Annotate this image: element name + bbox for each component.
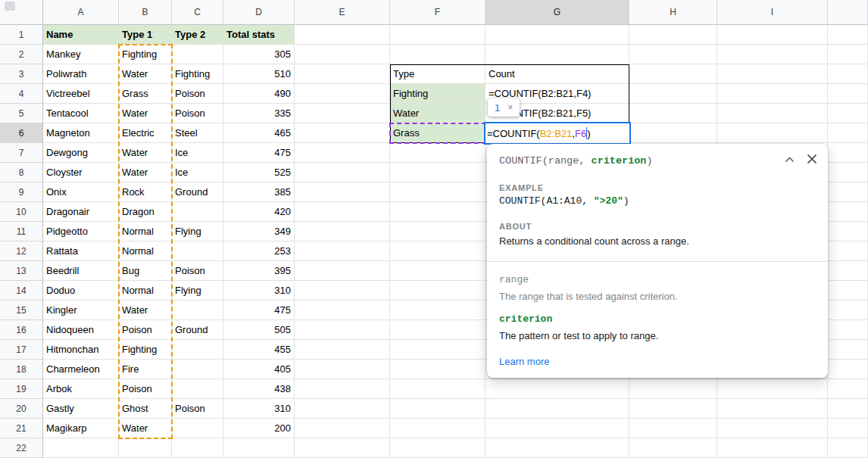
cell-G21[interactable] bbox=[486, 419, 629, 438]
cell-D4[interactable]: 490 bbox=[223, 84, 295, 104]
cell-I21[interactable] bbox=[717, 419, 828, 438]
cell-E21[interactable] bbox=[295, 419, 390, 438]
cell-A2[interactable]: Mankey bbox=[43, 45, 119, 64]
row-header-19[interactable]: 19 bbox=[0, 379, 43, 399]
cell-overflow-14[interactable] bbox=[828, 281, 868, 301]
row-header-5[interactable]: 5 bbox=[0, 104, 43, 123]
cell-I20[interactable] bbox=[717, 399, 828, 419]
cell-E7[interactable] bbox=[295, 143, 390, 163]
cell-D1[interactable]: Total stats bbox=[223, 25, 295, 45]
cell-F2[interactable] bbox=[390, 45, 486, 64]
cell-D6[interactable]: 465 bbox=[223, 123, 295, 143]
cell-D14[interactable]: 310 bbox=[223, 281, 295, 301]
cell-A6[interactable]: Magneton bbox=[43, 123, 119, 143]
cell-A10[interactable]: Dragonair bbox=[43, 202, 119, 222]
row-header-11[interactable]: 11 bbox=[0, 222, 43, 241]
cell-B14[interactable]: Normal bbox=[119, 281, 172, 301]
cell-overflow-21[interactable] bbox=[828, 419, 868, 438]
cell-E11[interactable] bbox=[295, 222, 390, 241]
column-header-B[interactable]: B bbox=[119, 0, 172, 25]
cell-F12[interactable] bbox=[390, 241, 486, 261]
cell-A22[interactable] bbox=[43, 438, 119, 458]
cell-F1[interactable] bbox=[390, 25, 486, 45]
cell-C7[interactable]: Ice bbox=[172, 143, 223, 163]
column-header-F[interactable]: F bbox=[390, 0, 486, 25]
cell-overflow-11[interactable] bbox=[828, 222, 868, 241]
cell-D21[interactable]: 200 bbox=[223, 419, 295, 438]
row-header-17[interactable]: 17 bbox=[0, 340, 43, 360]
cell-B18[interactable]: Fire bbox=[119, 360, 172, 379]
cell-B5[interactable]: Water bbox=[119, 104, 172, 123]
cell-A14[interactable]: Doduo bbox=[43, 281, 119, 301]
column-header-C[interactable]: C bbox=[172, 0, 223, 25]
column-header-G[interactable]: G bbox=[486, 0, 629, 25]
cell-A19[interactable]: Arbok bbox=[43, 379, 119, 399]
column-header-E[interactable]: E bbox=[295, 0, 390, 25]
cell-D8[interactable]: 525 bbox=[223, 163, 295, 182]
cell-overflow-12[interactable] bbox=[828, 241, 868, 261]
cell-B19[interactable]: Poison bbox=[119, 379, 172, 399]
cell-E9[interactable] bbox=[295, 182, 390, 202]
cell-B1[interactable]: Type 1 bbox=[119, 25, 172, 45]
cell-overflow-10[interactable] bbox=[828, 202, 868, 222]
cell-C1[interactable]: Type 2 bbox=[172, 25, 223, 45]
cell-I1[interactable] bbox=[717, 25, 828, 45]
cell-C8[interactable]: Ice bbox=[172, 163, 223, 182]
cell-D16[interactable]: 505 bbox=[223, 320, 295, 340]
column-header-blank[interactable] bbox=[828, 0, 868, 25]
row-header-13[interactable]: 13 bbox=[0, 261, 43, 281]
cell-E15[interactable] bbox=[295, 301, 390, 320]
cell-A12[interactable]: Rattata bbox=[43, 241, 119, 261]
cell-E3[interactable] bbox=[295, 64, 390, 84]
cell-D12[interactable]: 253 bbox=[223, 241, 295, 261]
cell-F17[interactable] bbox=[390, 340, 486, 360]
cell-I19[interactable] bbox=[717, 379, 828, 399]
row-header-14[interactable]: 14 bbox=[0, 281, 43, 301]
cell-overflow-4[interactable] bbox=[828, 84, 868, 104]
cell-F11[interactable] bbox=[390, 222, 486, 241]
cell-B10[interactable]: Dragon bbox=[119, 202, 172, 222]
cell-C5[interactable]: Poison bbox=[172, 104, 223, 123]
cell-E18[interactable] bbox=[295, 360, 390, 379]
cell-F5[interactable]: Water bbox=[390, 104, 486, 123]
row-header-21[interactable]: 21 bbox=[0, 419, 43, 438]
cell-C9[interactable]: Ground bbox=[172, 182, 223, 202]
cell-D5[interactable]: 335 bbox=[223, 104, 295, 123]
cell-overflow-2[interactable] bbox=[828, 45, 868, 64]
cell-E12[interactable] bbox=[295, 241, 390, 261]
cell-overflow-7[interactable] bbox=[828, 143, 868, 163]
cell-C10[interactable] bbox=[172, 202, 223, 222]
cell-overflow-17[interactable] bbox=[828, 340, 868, 360]
cell-A7[interactable]: Dewgong bbox=[43, 143, 119, 163]
cell-overflow-8[interactable] bbox=[828, 163, 868, 182]
cell-B17[interactable]: Fighting bbox=[119, 340, 172, 360]
cell-E2[interactable] bbox=[295, 45, 390, 64]
select-all-corner[interactable] bbox=[0, 0, 43, 25]
cell-D13[interactable]: 395 bbox=[223, 261, 295, 281]
cell-B6[interactable]: Electric bbox=[119, 123, 172, 143]
cell-G19[interactable] bbox=[486, 379, 629, 399]
cell-H5[interactable] bbox=[629, 104, 717, 123]
cell-E19[interactable] bbox=[295, 379, 390, 399]
cell-overflow-16[interactable] bbox=[828, 320, 868, 340]
cell-I5[interactable] bbox=[717, 104, 828, 123]
cell-F9[interactable] bbox=[390, 182, 486, 202]
cell-A4[interactable]: Victreebel bbox=[43, 84, 119, 104]
cell-E4[interactable] bbox=[295, 84, 390, 104]
cell-D11[interactable]: 349 bbox=[223, 222, 295, 241]
cell-C18[interactable] bbox=[172, 360, 223, 379]
collapse-icon[interactable] bbox=[785, 156, 795, 163]
cell-C19[interactable] bbox=[172, 379, 223, 399]
cell-F20[interactable] bbox=[390, 399, 486, 419]
cell-F3[interactable]: Type bbox=[390, 64, 486, 84]
column-header-D[interactable]: D bbox=[223, 0, 295, 25]
cell-overflow-1[interactable] bbox=[828, 25, 868, 45]
cell-C12[interactable] bbox=[172, 241, 223, 261]
cell-C16[interactable]: Ground bbox=[172, 320, 223, 340]
cell-G22[interactable] bbox=[486, 438, 629, 458]
column-header-I[interactable]: I bbox=[717, 0, 828, 25]
cell-C20[interactable]: Poison bbox=[172, 399, 223, 419]
row-header-6[interactable]: 6 bbox=[0, 123, 43, 143]
cell-E8[interactable] bbox=[295, 163, 390, 182]
cell-C2[interactable] bbox=[172, 45, 223, 64]
